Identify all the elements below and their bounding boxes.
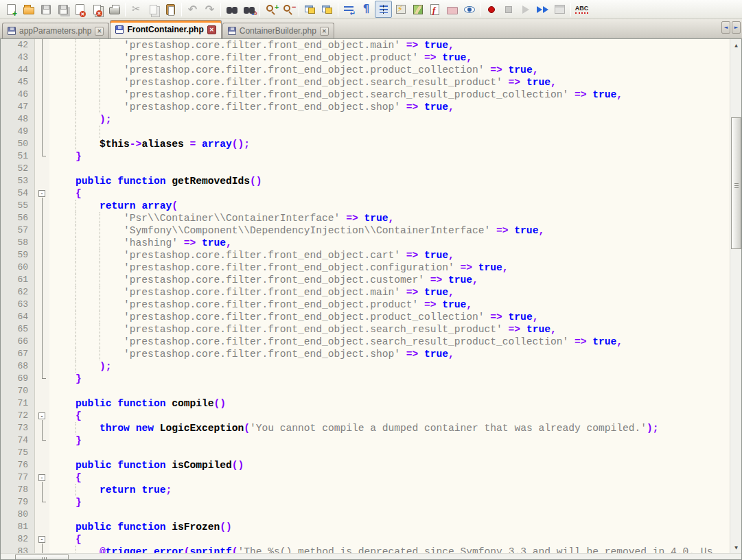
vertical-scrollbar[interactable]: ▲ ▼	[730, 39, 741, 553]
line-number: 77	[1, 471, 35, 484]
cut-button[interactable]: ✂	[128, 1, 145, 18]
function-list-button[interactable]: f	[426, 1, 443, 18]
fold-collapse-icon[interactable]: -	[38, 536, 45, 543]
show-all-characters-button[interactable]: ¶	[358, 1, 375, 18]
saved-file-icon	[228, 27, 236, 35]
zoom-in-button[interactable]: +	[262, 1, 279, 18]
tab-appParameters.php[interactable]: appParameters.php✕	[2, 23, 109, 38]
fold-collapse-icon[interactable]: -	[38, 474, 45, 481]
line-number: 43	[1, 51, 35, 64]
save-icon	[41, 5, 51, 14]
indent-guide-line	[76, 64, 76, 76]
indent-guide-line	[76, 360, 76, 373]
new-file-button[interactable]	[3, 1, 20, 18]
fold-margin[interactable]: -	[35, 533, 49, 546]
tab-FrontContainer.php[interactable]: FrontContainer.php✕	[110, 20, 221, 38]
fold-margin	[35, 126, 49, 138]
copy-button[interactable]	[145, 1, 162, 18]
macro-save-button[interactable]	[551, 1, 568, 18]
sync-horizontal-scroll-button[interactable]	[318, 1, 336, 18]
macro-stop-button[interactable]	[500, 1, 517, 18]
save-all-button[interactable]	[54, 1, 71, 18]
vertical-scrollbar-thumb[interactable]	[731, 117, 741, 249]
fold-margin	[35, 397, 49, 410]
word-wrap-button[interactable]: ↵	[340, 1, 358, 18]
code-text: 'prestashop.core.filter.front_end_object…	[49, 286, 730, 299]
line-number: 68	[1, 360, 35, 373]
line-number: 74	[1, 434, 35, 447]
sync-vertical-scroll-button[interactable]	[301, 1, 318, 18]
scroll-down-icon[interactable]: ▼	[730, 541, 742, 553]
macro-play-button[interactable]	[517, 1, 534, 18]
macro-run-multiple-button[interactable]	[534, 1, 551, 18]
code-text: 'prestashop.core.filter.front_end_object…	[49, 51, 730, 64]
fold-margin[interactable]: -	[35, 410, 49, 422]
tab-scroll-left-icon[interactable]: ◄	[721, 21, 730, 34]
undo-button[interactable]: ↶	[184, 1, 201, 18]
scroll-left-icon[interactable]: ◄	[1, 554, 12, 560]
save-button[interactable]	[37, 1, 54, 18]
code-line: 67 'prestashop.core.filter.front_end_obj…	[1, 348, 730, 360]
horizontal-scrollbar-thumb[interactable]	[15, 555, 69, 560]
code-viewport[interactable]: 42 'prestashop.core.filter.front_end_obj…	[1, 39, 730, 553]
indent-guide-line	[76, 249, 76, 261]
redo-button[interactable]: ↷	[201, 1, 218, 18]
tab-scroll-right-icon[interactable]: ►	[732, 21, 741, 34]
line-number: 42	[1, 39, 35, 51]
fold-margin	[35, 175, 49, 187]
folder-as-workspace-button[interactable]	[443, 1, 461, 18]
code-text: }	[49, 150, 730, 163]
fold-margin[interactable]: -	[35, 471, 49, 484]
eye-icon	[464, 6, 475, 13]
play-icon	[522, 5, 529, 14]
close-tab-icon[interactable]: ✕	[95, 27, 104, 36]
tab-ContainerBuilder.php[interactable]: ContainerBuilder.php✕	[222, 23, 334, 38]
line-number: 72	[1, 410, 35, 422]
macro-record-button[interactable]	[483, 1, 500, 18]
indent-guide-line	[100, 348, 100, 360]
zoom-out-button[interactable]: −	[279, 1, 297, 18]
launch-button[interactable]: ⚡	[392, 1, 409, 18]
fold-margin	[35, 212, 49, 224]
code-text: public function getRemovedIds()	[49, 175, 730, 187]
fold-collapse-icon[interactable]: -	[38, 412, 45, 419]
paste-button[interactable]	[162, 1, 179, 18]
code-line: 48 );	[1, 113, 730, 126]
close-file-button[interactable]	[71, 1, 89, 18]
code-text	[49, 126, 730, 138]
code-line: 43 'prestashop.core.filter.front_end_obj…	[1, 51, 730, 64]
fold-collapse-icon[interactable]: -	[38, 190, 45, 197]
indent-guide-line	[76, 39, 76, 51]
fold-margin	[35, 434, 49, 447]
replace-button[interactable]: ab	[240, 1, 257, 18]
open-file-button[interactable]	[20, 1, 37, 18]
close-all-button[interactable]	[89, 1, 106, 18]
spell-check-button[interactable]: ABC	[573, 1, 590, 18]
document-map-button[interactable]	[409, 1, 426, 18]
indent-guide-line	[76, 237, 76, 249]
fold-margin	[35, 385, 49, 397]
scroll-right-icon[interactable]: ►	[730, 554, 741, 560]
code-text	[49, 447, 730, 459]
line-number: 81	[1, 521, 35, 533]
print-button[interactable]	[106, 1, 123, 18]
code-text: 'prestashop.core.filter.front_end_object…	[49, 76, 730, 89]
monitoring-button[interactable]	[461, 1, 478, 18]
close-tab-icon[interactable]: ✕	[207, 25, 216, 34]
fold-margin	[35, 224, 49, 237]
show-indent-guide-button[interactable]	[375, 1, 392, 18]
window-macro-icon	[555, 5, 565, 14]
scroll-up-icon[interactable]: ▲	[730, 39, 742, 51]
find-icon	[227, 7, 237, 14]
line-number: 51	[1, 150, 35, 163]
fold-margin[interactable]: -	[35, 187, 49, 200]
find-button[interactable]	[223, 1, 240, 18]
code-line: 55 return array(	[1, 200, 730, 212]
fold-margin	[35, 51, 49, 64]
horizontal-scrollbar[interactable]: ◄ ►	[1, 553, 741, 560]
indent-guide-line	[76, 484, 76, 496]
indent-guide-line	[76, 76, 76, 89]
fold-margin	[35, 261, 49, 274]
fold-margin	[35, 249, 49, 261]
close-tab-icon[interactable]: ✕	[320, 27, 329, 36]
